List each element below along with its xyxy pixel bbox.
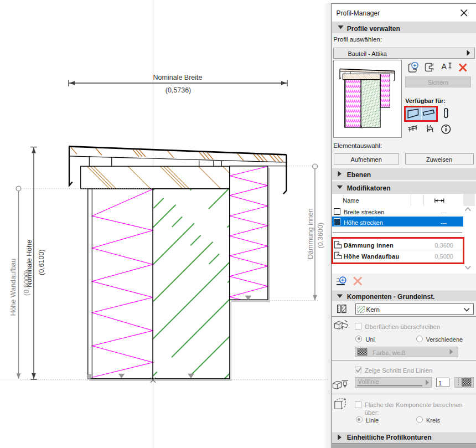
svg-text:Dämmung innen: Dämmung innen [307,208,314,259]
svg-text:Höhe Wandaufbau: Höhe Wandaufbau [9,259,17,316]
svg-text:(0,6100): (0,6100) [38,249,45,275]
svg-text:Nominale Breite: Nominale Breite [153,74,203,81]
svg-text:(0,5736): (0,5736) [165,86,192,94]
svg-text:(0,5000): (0,5000) [23,270,30,296]
svg-text:Nominale Höhe: Nominale Höhe [25,240,33,287]
